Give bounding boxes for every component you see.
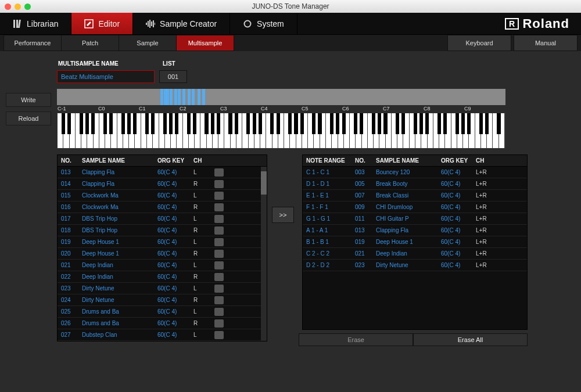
list-number[interactable]: 001: [159, 70, 187, 83]
scroll-thumb[interactable]: [261, 171, 267, 195]
col-header-ch: CH: [190, 157, 211, 164]
table-row[interactable]: G 1 - G 1011CHI Guitar P60(C 4)L+R: [303, 213, 527, 225]
editor-icon: [84, 19, 94, 28]
menubar-editor[interactable]: Editor: [71, 13, 133, 34]
svg-rect-5: [148, 21, 149, 27]
octave-label: C5: [301, 106, 342, 112]
table-row[interactable]: 018DBS Trip Hop60(C 4)R: [58, 225, 267, 236]
speaker-icon[interactable]: [214, 215, 224, 223]
table-row[interactable]: F 1 - F 1009CHI Drumloop60(C 4)L+R: [303, 202, 527, 213]
svg-rect-9: [155, 23, 155, 25]
subtab-patch[interactable]: Patch: [61, 35, 119, 51]
svg-rect-8: [153, 20, 154, 27]
svg-rect-1: [16, 20, 18, 28]
menubar-label: Sample Creator: [160, 19, 217, 28]
speaker-icon[interactable]: [214, 319, 224, 328]
close-window-icon[interactable]: [5, 3, 11, 10]
octave-label: C8: [423, 106, 464, 112]
assign-button[interactable]: >>: [272, 207, 294, 223]
speaker-icon[interactable]: [214, 308, 224, 316]
octave-label: C2: [179, 106, 220, 112]
octave-label: C9: [464, 106, 504, 112]
table-row[interactable]: 020Deep House 160(C 4)R: [58, 248, 267, 260]
table-row[interactable]: 013Clapping Fla60(C 4)L: [58, 167, 267, 178]
svg-rect-2: [18, 20, 21, 28]
table-row[interactable]: 017DBS Trip Hop60(C 4)L: [58, 213, 267, 225]
subtab-multisample[interactable]: Multisample: [176, 35, 234, 51]
keyboard-button[interactable]: Keyboard: [447, 35, 511, 51]
speaker-icon[interactable]: [214, 203, 224, 211]
table-row[interactable]: 016Clockwork Ma60(C 4)R: [58, 202, 267, 213]
col-header-no: NO.: [352, 157, 372, 164]
speaker-icon[interactable]: [214, 180, 224, 188]
menubar-label: System: [257, 19, 284, 28]
octave-labels: C-1C0C1C2C3C4C5C6C7C8C9: [57, 106, 505, 112]
octave-label: C-1: [57, 106, 98, 112]
octave-label: C4: [260, 106, 301, 112]
svg-rect-6: [149, 20, 150, 28]
speaker-icon[interactable]: [214, 261, 224, 269]
menubar-librarian[interactable]: Librarian: [0, 13, 71, 34]
table-row[interactable]: 024Dirty Netune60(C 4)R: [58, 294, 267, 306]
erase-button[interactable]: Erase: [299, 333, 413, 346]
menubar-label: Editor: [98, 19, 120, 28]
octave-label: C1: [138, 106, 179, 112]
maximize-window-icon[interactable]: [24, 3, 31, 10]
table-row[interactable]: 025Drums and Ba60(C 4)L: [58, 306, 267, 318]
col-header-org: ORG KEY: [154, 157, 190, 164]
librarian-icon: [13, 19, 22, 28]
subtab-performance[interactable]: Performance: [3, 35, 62, 51]
table-row[interactable]: 021Deep Indian60(C 4)L: [58, 260, 267, 271]
table-row[interactable]: D 1 - D 1005Break Booty60(C 4)L+R: [303, 178, 527, 190]
speaker-icon[interactable]: [214, 331, 224, 339]
sub-tabbar: PerformancePatchSampleMultisample Keyboa…: [0, 35, 581, 51]
window-title: JUNO-DS Tone Manager: [0, 2, 581, 10]
speaker-icon[interactable]: [214, 168, 224, 177]
table-row[interactable]: B 1 - B 1019Deep House 160(C 4)L+R: [303, 236, 527, 248]
table-row[interactable]: 019Deep House 160(C 4)L: [58, 236, 267, 248]
table-row[interactable]: 014Clapping Fla60(C 4)R: [58, 178, 267, 190]
col-header-name: SAMPLE NAME: [78, 157, 154, 164]
table-row[interactable]: C 1 - C 1003Bouncey 12060(C 4)L+R: [303, 167, 527, 178]
table-row[interactable]: 023Dirty Netune60(C 4)L: [58, 283, 267, 294]
table-row[interactable]: E 1 - E 1007Break Classi60(C 4)L+R: [303, 190, 527, 202]
keymap-strip[interactable]: [57, 89, 505, 105]
minimize-window-icon[interactable]: [15, 3, 21, 10]
octave-label: C0: [98, 106, 138, 112]
manual-button[interactable]: Manual: [514, 35, 578, 51]
table-row[interactable]: 015Clockwork Ma60(C 4)L: [58, 190, 267, 202]
speaker-icon[interactable]: [214, 250, 224, 258]
table-row[interactable]: D 2 - D 2023Dirty Netune60(C 4)L+R: [303, 260, 527, 271]
table-row[interactable]: A 1 - A 1013Clapping Fla60(C 4)L+R: [303, 225, 527, 236]
erase-all-button[interactable]: Erase All: [413, 333, 528, 346]
main-menubar: Librarian Editor Sample Creator System R…: [0, 13, 581, 35]
table-row[interactable]: C 2 - C 2021Deep Indian60(C 4)L+R: [303, 248, 527, 260]
table-row[interactable]: 022Deep Indian60(C 4)R: [58, 271, 267, 283]
sample-table: NO. SAMPLE NAME ORG KEY CH 013Clapping F…: [57, 154, 267, 341]
subtab-sample[interactable]: Sample: [119, 35, 177, 51]
menubar-sample-creator[interactable]: Sample Creator: [133, 13, 230, 34]
col-header-no: NO.: [58, 157, 78, 164]
svg-rect-0: [13, 20, 15, 28]
menubar-system[interactable]: System: [230, 13, 297, 34]
multisample-name-input[interactable]: [57, 70, 155, 83]
octave-label: C6: [342, 106, 382, 112]
col-header-ch: CH: [472, 157, 498, 164]
window-titlebar: JUNO-DS Tone Manager: [0, 0, 581, 13]
assigned-table: NOTE RANGE NO. SAMPLE NAME ORG KEY CH C …: [302, 154, 528, 330]
table-row[interactable]: 027Dubstep Clan60(C 4)L: [58, 329, 267, 341]
speaker-icon[interactable]: [214, 273, 224, 281]
svg-rect-4: [146, 23, 147, 25]
piano-keyboard[interactable]: [57, 113, 505, 149]
svg-rect-7: [151, 21, 152, 26]
table-row[interactable]: 026Drums and Ba60(C 4)R: [58, 318, 267, 329]
speaker-icon[interactable]: [214, 285, 224, 293]
write-button[interactable]: Write: [6, 93, 51, 107]
speaker-icon[interactable]: [214, 226, 224, 235]
speaker-icon[interactable]: [214, 238, 224, 246]
speaker-icon[interactable]: [214, 192, 224, 200]
brand-logo: R Roland: [505, 13, 581, 34]
col-header-name: SAMPLE NAME: [372, 157, 437, 164]
speaker-icon[interactable]: [214, 296, 224, 304]
reload-button[interactable]: Reload: [6, 112, 51, 125]
